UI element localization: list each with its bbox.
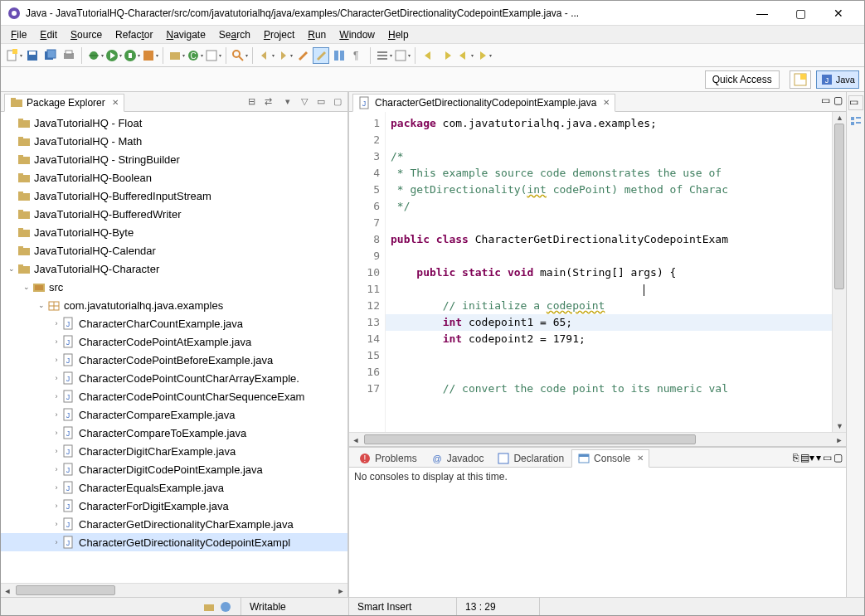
project-node[interactable]: JavaTutorialHQ-Byte [1,223,347,241]
java-file-node[interactable]: ›JCharacterDigitCodePointExample.java [1,460,347,478]
forward-button[interactable] [439,47,455,64]
scroll-thumb[interactable] [364,434,696,444]
tab-declaration[interactable]: Declaration [491,449,570,467]
focus-task-icon[interactable]: ▾ [281,95,294,109]
new-class-button[interactable]: C [187,47,203,64]
back-button[interactable] [420,47,437,64]
java-file-node[interactable]: ›JCharacterCodePointBeforeExample.java [1,351,347,369]
editor-horizontal-scrollbar[interactable]: ◄ ► [349,432,846,446]
java-file-node[interactable]: ›JCharacterCodePointCountCharArrayExampl… [1,369,347,387]
project-node[interactable]: JavaTutorialHQ-Boolean [1,168,347,187]
restore-icon[interactable]: ▭ [848,95,863,110]
project-node[interactable]: JavaTutorialHQ - Math [1,132,347,150]
last-edit-button[interactable] [294,47,311,64]
status-icon-1[interactable] [202,600,216,614]
quick-access-field[interactable]: Quick Access [705,70,780,89]
coverage-button[interactable] [124,47,140,64]
java-file-node[interactable]: ›JCharacterCompareExample.java [1,405,347,424]
debug-button[interactable] [87,47,104,64]
back-history-button[interactable] [457,47,474,64]
perspective-dropdown-button[interactable] [394,47,411,64]
maximize-view-icon[interactable]: ▢ [331,95,344,109]
editor-vertical-scrollbar[interactable]: ▲ ▼ [832,112,846,432]
tab-problems[interactable]: !Problems [352,449,423,467]
java-file-node[interactable]: ›JCharacterGetDirectionalityCodepointExa… [1,533,347,551]
project-node-open[interactable]: ⌄JavaTutorialHQ-Character [1,259,347,278]
maximize-editor-icon[interactable]: ▢ [833,95,843,106]
editor-tab[interactable]: J CharacterGetDirectionalityCodepointExa… [352,94,615,112]
java-perspective-button[interactable]: JJava [816,70,859,89]
tab-javadoc[interactable]: @Javadoc [425,449,490,467]
scroll-up-icon[interactable]: ▲ [833,112,846,124]
nav-dropdown-button[interactable] [376,47,392,64]
open-console-icon[interactable]: ▾ [816,452,821,463]
scroll-down-icon[interactable]: ▼ [833,420,846,432]
outline-icon[interactable] [849,115,863,129]
open-perspective-button[interactable] [790,70,811,89]
java-file-node[interactable]: ›JCharacterCodePointAtExample.java [1,332,347,351]
annotation-next-button[interactable] [276,47,293,64]
menu-search[interactable]: Search [212,27,257,42]
status-icon-2[interactable] [219,600,232,614]
project-node[interactable]: JavaTutorialHQ - StringBuilder [1,150,347,168]
menu-file[interactable]: File [4,27,33,42]
close-console-icon[interactable]: ✕ [637,454,644,463]
java-file-node[interactable]: ›JCharacterEqualsExample.java [1,478,347,497]
run-button[interactable] [105,47,122,64]
tree-horizontal-scrollbar[interactable]: ◄ ► [1,583,347,597]
close-view-icon[interactable]: ✕ [112,98,119,107]
scroll-right-icon[interactable]: ► [334,584,347,597]
save-all-button[interactable] [42,47,59,64]
minimize-bottom-icon[interactable]: ▭ [823,452,832,463]
display-console-icon[interactable]: ▤▾ [800,452,814,463]
java-file-node[interactable]: ›JCharacterCharCountExample.java [1,314,347,332]
menu-window[interactable]: Window [333,27,381,42]
project-node[interactable]: JavaTutorialHQ-BufferedInputStream [1,187,347,205]
ext-tools-button[interactable] [142,47,158,64]
maximize-bottom-icon[interactable]: ▢ [833,452,843,463]
annotation-prev-button[interactable] [258,47,275,64]
project-node[interactable]: JavaTutorialHQ - Float [1,114,347,132]
search-button[interactable] [231,47,248,64]
forward-history-button[interactable] [475,47,492,64]
minimize-editor-icon[interactable]: ▭ [821,95,830,106]
minimize-view-icon[interactable]: ▭ [314,95,328,109]
new-button[interactable] [6,47,22,64]
mark-occurrences-button[interactable] [313,47,329,64]
scroll-right-icon[interactable]: ► [833,433,846,447]
view-menu-icon[interactable]: ▽ [298,95,311,109]
menu-source[interactable]: Source [64,27,109,42]
pin-console-icon[interactable]: ⎘ [793,452,799,463]
print-button[interactable] [61,47,77,64]
project-node[interactable]: JavaTutorialHQ-BufferedWriter [1,205,347,223]
maximize-button[interactable]: ▢ [781,1,819,26]
toggle-block-button[interactable] [331,47,347,64]
menu-project[interactable]: Project [257,27,301,42]
tab-console[interactable]: Console✕ [571,449,649,468]
close-button[interactable]: ✕ [819,1,858,26]
minimize-button[interactable]: — [743,1,781,26]
open-type-button[interactable] [205,47,221,64]
java-file-node[interactable]: ›JCharacterGetDirectionalityCharExample.… [1,515,347,533]
java-file-node[interactable]: ›JCharacterForDigitExample.java [1,497,347,515]
package-explorer-tree[interactable]: JavaTutorialHQ - FloatJavaTutorialHQ - M… [1,112,347,583]
java-file-node[interactable]: ›JCharacterCompareToExample.java [1,424,347,442]
package-node[interactable]: ⌄com.javatutorialhq.java.examples [1,296,347,314]
menu-refactor[interactable]: Refactor [109,27,159,42]
save-button[interactable] [24,47,41,64]
scroll-thumb[interactable] [16,585,115,595]
menu-help[interactable]: Help [381,27,415,42]
editor-gutter[interactable]: 1234567891011121314151617 [349,112,386,432]
collapse-all-icon[interactable]: ⊟ [245,95,258,109]
show-whitespace-button[interactable]: ¶ [349,47,366,64]
scroll-thumb[interactable] [834,124,844,289]
java-file-node[interactable]: ›JCharacterCodePointCountCharSequenceExa… [1,387,347,405]
package-explorer-tab[interactable]: Package Explorer ✕ [4,94,124,112]
scroll-left-icon[interactable]: ◄ [349,433,362,447]
close-editor-icon[interactable]: ✕ [603,98,610,107]
menu-run[interactable]: Run [301,27,333,42]
link-editor-icon[interactable]: ⇄ [261,95,275,109]
new-package-button[interactable] [168,47,185,64]
menu-navigate[interactable]: Navigate [159,27,211,42]
java-file-node[interactable]: ›JCharacterDigitCharExample.java [1,442,347,460]
